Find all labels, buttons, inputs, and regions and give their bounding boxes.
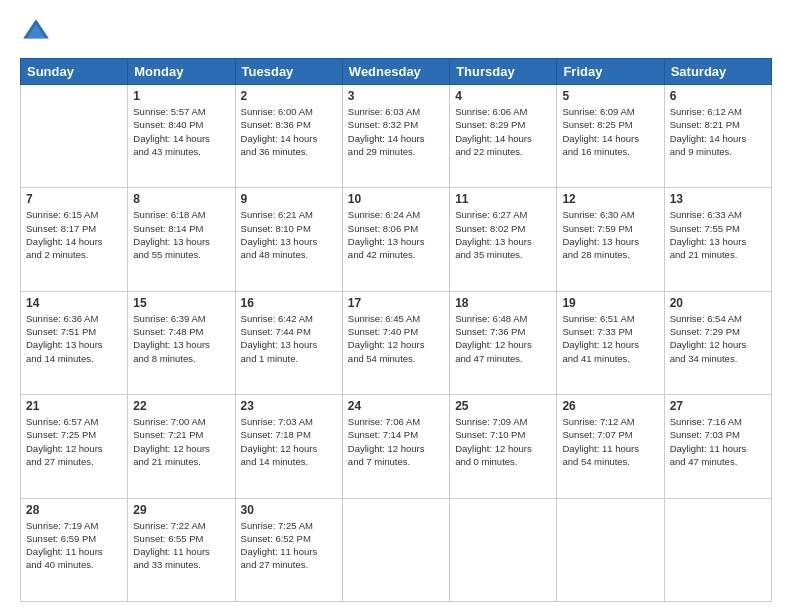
calendar-cell: 27Sunrise: 7:16 AM Sunset: 7:03 PM Dayli… [664,395,771,498]
day-number: 6 [670,89,766,103]
day-info: Sunrise: 6:30 AM Sunset: 7:59 PM Dayligh… [562,208,658,261]
day-info: Sunrise: 7:19 AM Sunset: 6:59 PM Dayligh… [26,519,122,572]
day-number: 13 [670,192,766,206]
calendar-cell: 26Sunrise: 7:12 AM Sunset: 7:07 PM Dayli… [557,395,664,498]
calendar-cell: 16Sunrise: 6:42 AM Sunset: 7:44 PM Dayli… [235,291,342,394]
calendar-cell: 2Sunrise: 6:00 AM Sunset: 8:36 PM Daylig… [235,85,342,188]
day-number: 23 [241,399,337,413]
day-number: 4 [455,89,551,103]
day-number: 20 [670,296,766,310]
day-info: Sunrise: 6:06 AM Sunset: 8:29 PM Dayligh… [455,105,551,158]
logo [20,16,56,48]
day-number: 15 [133,296,229,310]
calendar-cell: 14Sunrise: 6:36 AM Sunset: 7:51 PM Dayli… [21,291,128,394]
day-info: Sunrise: 6:15 AM Sunset: 8:17 PM Dayligh… [26,208,122,261]
day-info: Sunrise: 7:00 AM Sunset: 7:21 PM Dayligh… [133,415,229,468]
header-cell-sunday: Sunday [21,59,128,85]
day-info: Sunrise: 5:57 AM Sunset: 8:40 PM Dayligh… [133,105,229,158]
day-info: Sunrise: 6:39 AM Sunset: 7:48 PM Dayligh… [133,312,229,365]
week-row-2: 14Sunrise: 6:36 AM Sunset: 7:51 PM Dayli… [21,291,772,394]
week-row-3: 21Sunrise: 6:57 AM Sunset: 7:25 PM Dayli… [21,395,772,498]
day-info: Sunrise: 7:09 AM Sunset: 7:10 PM Dayligh… [455,415,551,468]
day-number: 27 [670,399,766,413]
calendar-cell: 5Sunrise: 6:09 AM Sunset: 8:25 PM Daylig… [557,85,664,188]
day-number: 16 [241,296,337,310]
day-info: Sunrise: 7:16 AM Sunset: 7:03 PM Dayligh… [670,415,766,468]
day-number: 30 [241,503,337,517]
calendar-cell: 9Sunrise: 6:21 AM Sunset: 8:10 PM Daylig… [235,188,342,291]
calendar-cell: 19Sunrise: 6:51 AM Sunset: 7:33 PM Dayli… [557,291,664,394]
day-number: 5 [562,89,658,103]
calendar-cell: 30Sunrise: 7:25 AM Sunset: 6:52 PM Dayli… [235,498,342,601]
calendar-cell: 23Sunrise: 7:03 AM Sunset: 7:18 PM Dayli… [235,395,342,498]
header-cell-thursday: Thursday [450,59,557,85]
day-info: Sunrise: 6:45 AM Sunset: 7:40 PM Dayligh… [348,312,444,365]
calendar-cell: 6Sunrise: 6:12 AM Sunset: 8:21 PM Daylig… [664,85,771,188]
day-number: 18 [455,296,551,310]
day-number: 17 [348,296,444,310]
day-info: Sunrise: 6:42 AM Sunset: 7:44 PM Dayligh… [241,312,337,365]
calendar-cell: 29Sunrise: 7:22 AM Sunset: 6:55 PM Dayli… [128,498,235,601]
week-row-0: 1Sunrise: 5:57 AM Sunset: 8:40 PM Daylig… [21,85,772,188]
day-number: 22 [133,399,229,413]
calendar-cell: 4Sunrise: 6:06 AM Sunset: 8:29 PM Daylig… [450,85,557,188]
day-number: 28 [26,503,122,517]
day-info: Sunrise: 7:03 AM Sunset: 7:18 PM Dayligh… [241,415,337,468]
day-info: Sunrise: 6:00 AM Sunset: 8:36 PM Dayligh… [241,105,337,158]
calendar-cell: 28Sunrise: 7:19 AM Sunset: 6:59 PM Dayli… [21,498,128,601]
day-info: Sunrise: 7:25 AM Sunset: 6:52 PM Dayligh… [241,519,337,572]
day-number: 19 [562,296,658,310]
calendar-body: 1Sunrise: 5:57 AM Sunset: 8:40 PM Daylig… [21,85,772,602]
calendar-cell: 18Sunrise: 6:48 AM Sunset: 7:36 PM Dayli… [450,291,557,394]
day-number: 29 [133,503,229,517]
header [20,16,772,48]
calendar-cell [342,498,449,601]
day-info: Sunrise: 6:21 AM Sunset: 8:10 PM Dayligh… [241,208,337,261]
day-info: Sunrise: 6:33 AM Sunset: 7:55 PM Dayligh… [670,208,766,261]
calendar-cell: 21Sunrise: 6:57 AM Sunset: 7:25 PM Dayli… [21,395,128,498]
week-row-1: 7Sunrise: 6:15 AM Sunset: 8:17 PM Daylig… [21,188,772,291]
day-number: 7 [26,192,122,206]
day-number: 11 [455,192,551,206]
day-info: Sunrise: 6:12 AM Sunset: 8:21 PM Dayligh… [670,105,766,158]
header-cell-monday: Monday [128,59,235,85]
calendar-cell: 12Sunrise: 6:30 AM Sunset: 7:59 PM Dayli… [557,188,664,291]
calendar-cell: 11Sunrise: 6:27 AM Sunset: 8:02 PM Dayli… [450,188,557,291]
day-info: Sunrise: 6:18 AM Sunset: 8:14 PM Dayligh… [133,208,229,261]
calendar-cell: 3Sunrise: 6:03 AM Sunset: 8:32 PM Daylig… [342,85,449,188]
day-number: 25 [455,399,551,413]
day-number: 10 [348,192,444,206]
calendar-cell: 20Sunrise: 6:54 AM Sunset: 7:29 PM Dayli… [664,291,771,394]
calendar-cell: 24Sunrise: 7:06 AM Sunset: 7:14 PM Dayli… [342,395,449,498]
calendar-cell: 7Sunrise: 6:15 AM Sunset: 8:17 PM Daylig… [21,188,128,291]
day-number: 12 [562,192,658,206]
day-info: Sunrise: 6:24 AM Sunset: 8:06 PM Dayligh… [348,208,444,261]
calendar-cell: 1Sunrise: 5:57 AM Sunset: 8:40 PM Daylig… [128,85,235,188]
calendar-cell: 15Sunrise: 6:39 AM Sunset: 7:48 PM Dayli… [128,291,235,394]
day-info: Sunrise: 7:06 AM Sunset: 7:14 PM Dayligh… [348,415,444,468]
day-number: 14 [26,296,122,310]
header-cell-friday: Friday [557,59,664,85]
calendar-cell [557,498,664,601]
day-info: Sunrise: 6:09 AM Sunset: 8:25 PM Dayligh… [562,105,658,158]
header-cell-saturday: Saturday [664,59,771,85]
day-info: Sunrise: 7:12 AM Sunset: 7:07 PM Dayligh… [562,415,658,468]
day-info: Sunrise: 6:57 AM Sunset: 7:25 PM Dayligh… [26,415,122,468]
calendar-header: SundayMondayTuesdayWednesdayThursdayFrid… [21,59,772,85]
calendar-cell: 22Sunrise: 7:00 AM Sunset: 7:21 PM Dayli… [128,395,235,498]
page: SundayMondayTuesdayWednesdayThursdayFrid… [0,0,792,612]
day-info: Sunrise: 6:51 AM Sunset: 7:33 PM Dayligh… [562,312,658,365]
logo-icon [20,16,52,48]
calendar-cell [450,498,557,601]
header-row: SundayMondayTuesdayWednesdayThursdayFrid… [21,59,772,85]
day-number: 3 [348,89,444,103]
day-number: 9 [241,192,337,206]
calendar-cell: 25Sunrise: 7:09 AM Sunset: 7:10 PM Dayli… [450,395,557,498]
day-info: Sunrise: 6:03 AM Sunset: 8:32 PM Dayligh… [348,105,444,158]
day-info: Sunrise: 6:48 AM Sunset: 7:36 PM Dayligh… [455,312,551,365]
calendar-cell [664,498,771,601]
day-number: 21 [26,399,122,413]
day-info: Sunrise: 6:36 AM Sunset: 7:51 PM Dayligh… [26,312,122,365]
day-info: Sunrise: 7:22 AM Sunset: 6:55 PM Dayligh… [133,519,229,572]
header-cell-wednesday: Wednesday [342,59,449,85]
